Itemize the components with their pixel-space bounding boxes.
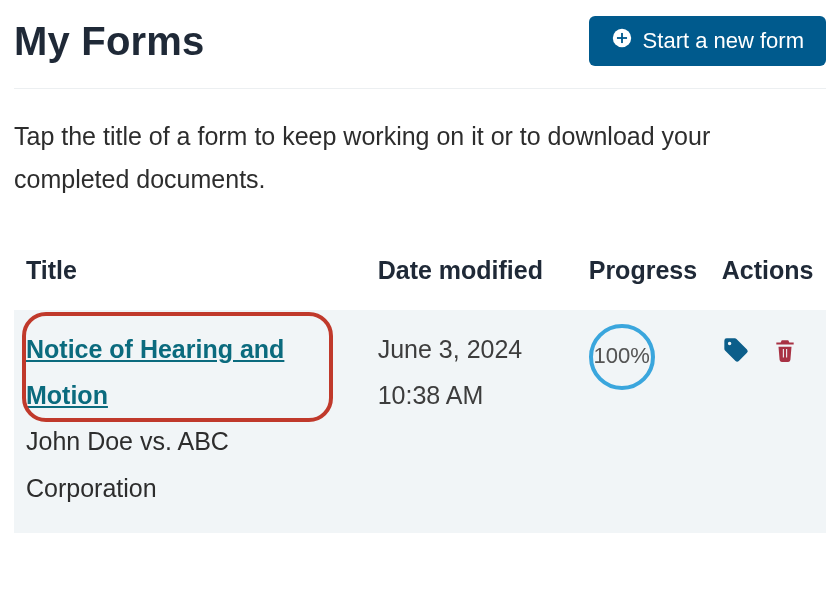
case-label: John Doe vs. ABC Corporation — [26, 418, 354, 511]
tag-icon[interactable] — [722, 332, 750, 378]
form-title-link[interactable]: Notice of Hearing and Motion — [26, 335, 284, 409]
start-new-form-button[interactable]: Start a new form — [589, 16, 826, 66]
col-title: Title — [14, 240, 366, 310]
table-row: Notice of Hearing and Motion John Doe vs… — [14, 310, 826, 533]
progress-value: 100% — [594, 336, 650, 377]
forms-table: Title Date modified Progress Actions Not… — [14, 240, 826, 533]
col-progress: Progress — [577, 240, 710, 310]
trash-icon[interactable] — [772, 332, 798, 378]
page-title: My Forms — [14, 19, 205, 64]
instructions-text: Tap the title of a form to keep working … — [14, 115, 826, 200]
page-header: My Forms Start a new form — [14, 16, 826, 89]
plus-circle-icon — [611, 27, 633, 55]
date-modified-cell: June 3, 2024 10:38 AM — [366, 310, 577, 533]
col-date-modified: Date modified — [366, 240, 577, 310]
progress-indicator: 100% — [589, 324, 655, 390]
col-actions: Actions — [710, 240, 826, 310]
svg-rect-2 — [617, 37, 627, 39]
start-new-form-label: Start a new form — [643, 28, 804, 54]
table-header-row: Title Date modified Progress Actions — [14, 240, 826, 310]
